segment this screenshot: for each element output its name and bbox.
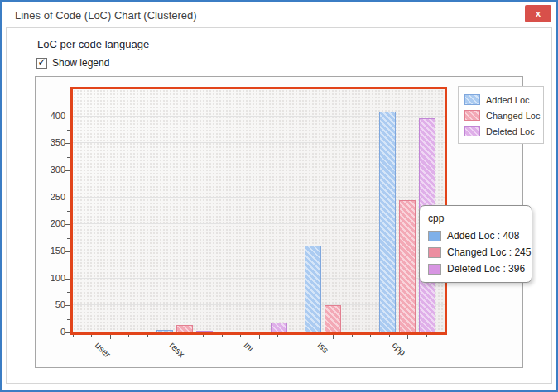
- tooltip-title: cpp: [428, 213, 523, 224]
- x-tick-label-user: user: [93, 340, 113, 360]
- legend-label: Changed Loc: [486, 111, 540, 121]
- x-major-tick: [110, 335, 111, 339]
- tooltip-row: Deleted Loc : 396: [428, 263, 523, 275]
- close-button[interactable]: x: [525, 5, 551, 22]
- y-tick-label: 0: [37, 327, 65, 337]
- y-minor-tick: [67, 319, 70, 320]
- chart-panel: 050100150200250300350400 userresxiniissc…: [35, 76, 523, 368]
- tooltip-swatch-icon: [428, 231, 441, 241]
- x-minor-tick: [128, 335, 129, 337]
- legend: Added LocChanged LocDeleted Loc: [458, 86, 544, 144]
- y-tick-label: 300: [37, 165, 65, 174]
- x-minor-tick: [445, 335, 445, 337]
- y-major-tick: [65, 332, 70, 333]
- tooltip-swatch-icon: [428, 264, 441, 275]
- y-minor-tick: [67, 238, 70, 239]
- bar-deleted-loc-ini[interactable]: [271, 323, 287, 332]
- y-major-tick: [65, 170, 70, 171]
- plot-area[interactable]: [70, 87, 447, 335]
- tooltip-value: Changed Loc : 245: [447, 246, 531, 258]
- y-tick-label: 50: [37, 299, 65, 309]
- legend-item-added-loc: Added Loc: [464, 92, 537, 108]
- x-minor-tick: [370, 335, 371, 337]
- x-major-tick: [259, 335, 260, 339]
- x-minor-tick: [277, 335, 278, 337]
- x-minor-tick: [203, 335, 204, 337]
- legend-swatch-icon: [464, 94, 480, 105]
- legend-swatch-icon: [464, 126, 480, 136]
- y-major-tick: [65, 224, 70, 225]
- y-minor-tick: [67, 184, 70, 184]
- y-major-tick: [65, 143, 70, 144]
- y-major-tick: [65, 198, 70, 198]
- legend-label: Deleted Loc: [486, 127, 535, 136]
- x-minor-tick: [315, 335, 315, 337]
- y-tick-label: 400: [37, 111, 65, 121]
- bar-changed-loc-cpp[interactable]: [399, 200, 416, 332]
- y-tick-label: 100: [37, 273, 65, 283]
- y-minor-tick: [67, 103, 70, 103]
- chart-heading: LoC per code language: [37, 38, 149, 50]
- x-major-tick: [333, 335, 334, 339]
- x-tick-label-resx: resx: [167, 340, 186, 359]
- x-minor-tick: [91, 335, 92, 337]
- x-minor-tick: [222, 335, 223, 337]
- bar-added-loc-iss[interactable]: [305, 246, 321, 332]
- y-tick-label: 250: [37, 192, 65, 202]
- x-minor-tick: [389, 335, 390, 337]
- y-minor-tick: [67, 265, 70, 265]
- y-major-tick: [65, 279, 70, 280]
- x-minor-tick: [73, 335, 74, 337]
- bar-added-loc-cpp[interactable]: [379, 112, 396, 332]
- y-major-tick: [65, 117, 70, 117]
- show-legend-label[interactable]: Show legend: [52, 57, 109, 69]
- x-major-tick: [407, 335, 408, 339]
- x-minor-tick: [352, 335, 353, 337]
- y-tick-label: 350: [37, 137, 65, 147]
- x-minor-tick: [426, 335, 427, 337]
- tooltip-swatch-icon: [428, 247, 441, 258]
- checkbox-box[interactable]: ✓: [36, 58, 47, 69]
- tooltip-value: Deleted Loc : 396: [447, 263, 525, 275]
- x-minor-tick: [240, 335, 241, 337]
- y-minor-tick: [67, 211, 70, 212]
- x-minor-tick: [147, 335, 148, 337]
- legend-swatch-icon: [464, 110, 480, 121]
- legend-item-deleted-loc: Deleted Loc: [464, 123, 537, 139]
- x-minor-tick: [166, 335, 166, 337]
- tooltip-value: Added Loc : 408: [447, 230, 519, 241]
- x-tick-label-iss: iss: [316, 340, 331, 355]
- checkmark-icon: ✓: [37, 58, 46, 66]
- x-tick-label-cpp: cpp: [391, 340, 408, 357]
- y-minor-tick: [67, 130, 70, 131]
- tooltip-row: Changed Loc : 245: [428, 246, 523, 258]
- y-minor-tick: [67, 157, 70, 158]
- x-minor-tick: [296, 335, 296, 337]
- y-major-tick: [65, 305, 70, 306]
- show-legend-checkbox[interactable]: ✓ Show legend: [36, 56, 109, 69]
- bar-changed-loc-iss[interactable]: [325, 305, 341, 332]
- bar-changed-loc-resx[interactable]: [176, 325, 193, 332]
- window-title: Lines of Code (LoC) Chart (Clustered): [15, 9, 197, 22]
- x-tick-label-ini: ini: [242, 340, 255, 353]
- y-minor-tick: [67, 292, 70, 293]
- y-major-tick: [65, 251, 70, 252]
- tooltip-row: Added Loc : 408: [428, 230, 523, 241]
- y-tick-label: 200: [37, 218, 65, 228]
- legend-item-changed-loc: Changed Loc: [464, 108, 537, 123]
- tooltip: cpp Added Loc : 408Changed Loc : 245Dele…: [419, 205, 532, 283]
- title-bar[interactable]: Lines of Code (LoC) Chart (Clustered) x: [2, 2, 556, 27]
- legend-label: Added Loc: [486, 95, 530, 105]
- close-icon: x: [536, 9, 541, 18]
- y-tick-label: 150: [37, 246, 65, 256]
- x-major-tick: [185, 335, 185, 339]
- bar-added-loc-resx[interactable]: [156, 330, 173, 332]
- bar-deleted-loc-resx[interactable]: [196, 331, 213, 332]
- dialog-window: Lines of Code (LoC) Chart (Clustered) x …: [0, 0, 558, 392]
